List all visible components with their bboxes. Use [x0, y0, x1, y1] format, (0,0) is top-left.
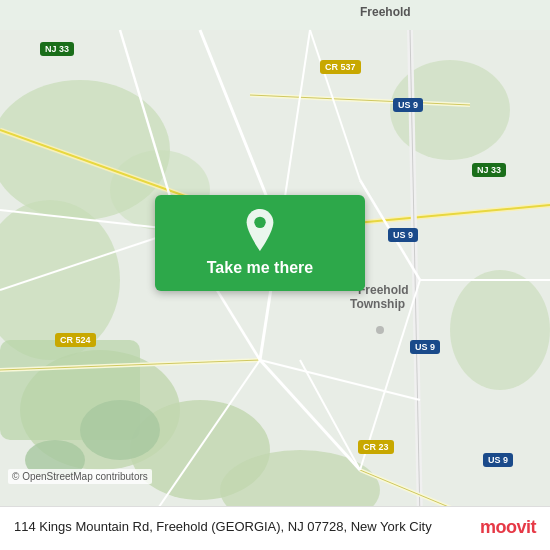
- moovit-logo-text: moovit: [480, 517, 536, 538]
- location-pin-icon: [242, 209, 278, 251]
- road-badge-us9-top: US 9: [393, 98, 423, 112]
- map-attribution: © OpenStreetMap contributors: [8, 469, 152, 484]
- road-badge-cr23: CR 23: [358, 440, 394, 454]
- take-me-there-label: Take me there: [207, 259, 313, 277]
- svg-point-40: [254, 217, 265, 228]
- freehold-twp-label: Township: [350, 297, 405, 311]
- info-bar: 114 Kings Mountain Rd, Freehold (GEORGIA…: [0, 506, 550, 550]
- svg-point-39: [376, 326, 384, 334]
- svg-point-6: [450, 270, 550, 390]
- svg-point-10: [80, 400, 160, 460]
- moovit-logo: moovit: [480, 517, 536, 538]
- road-badge-us9-mid: US 9: [388, 228, 418, 242]
- map-container: NJ 33 US 9 CR 537 NJ 33 US 9 US 9 CR 524…: [0, 0, 550, 550]
- road-badge-us9-bottom: US 9: [483, 453, 513, 467]
- take-me-there-button[interactable]: Take me there: [155, 195, 365, 291]
- road-badge-nj33-top: NJ 33: [40, 42, 74, 56]
- road-badge-us9-lower: US 9: [410, 340, 440, 354]
- freehold-top-label: Freehold: [360, 5, 411, 19]
- road-badge-cr524: CR 524: [55, 333, 96, 347]
- road-badge-cr537: CR 537: [320, 60, 361, 74]
- address-text: 114 Kings Mountain Rd, Freehold (GEORGIA…: [14, 518, 470, 536]
- road-badge-nj33-right: NJ 33: [472, 163, 506, 177]
- freehold-label: Freehold: [358, 283, 409, 297]
